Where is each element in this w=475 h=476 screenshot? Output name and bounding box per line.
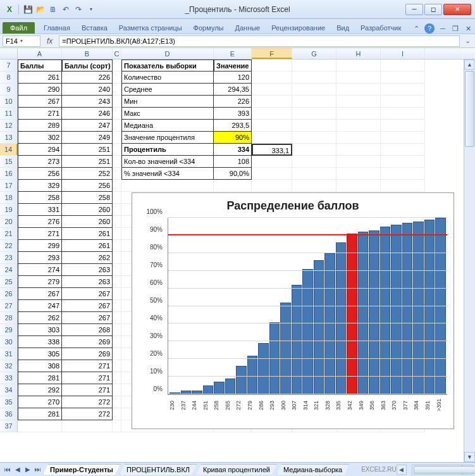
- cell-A12[interactable]: 289: [18, 120, 62, 132]
- cell-B34[interactable]: 271: [62, 384, 113, 396]
- formula-expand-icon[interactable]: ⌄: [462, 37, 472, 45]
- cell-D9[interactable]: Среднее: [121, 84, 214, 96]
- scroll-up-icon[interactable]: ▲: [464, 60, 475, 70]
- cell-C23[interactable]: [113, 252, 121, 264]
- cell-B22[interactable]: 261: [62, 240, 113, 252]
- cell-D13[interactable]: Значение процентиля: [121, 132, 214, 144]
- cell-F14[interactable]: 333,1: [252, 144, 292, 156]
- tab-nav-next-icon[interactable]: ▶: [23, 465, 33, 475]
- cell-C28[interactable]: [113, 312, 121, 324]
- cell-G17[interactable]: [292, 180, 336, 192]
- cell-I13[interactable]: [381, 132, 425, 144]
- cell-B23[interactable]: 262: [62, 252, 113, 264]
- cell-D11[interactable]: Макс: [121, 108, 214, 120]
- workbook-close-icon[interactable]: ✕: [464, 24, 472, 33]
- cell-A34[interactable]: 292: [18, 384, 62, 396]
- cell-G11[interactable]: [292, 108, 336, 120]
- cell-C15[interactable]: [113, 156, 121, 168]
- cell-C7[interactable]: [113, 60, 121, 72]
- cell-B19[interactable]: 260: [62, 204, 113, 216]
- cell-C36[interactable]: [113, 408, 121, 420]
- cell-B29[interactable]: 268: [62, 324, 113, 336]
- horizontal-scrollbar[interactable]: [412, 465, 462, 475]
- cell-G9[interactable]: [292, 84, 336, 96]
- cell-E10[interactable]: 226: [214, 96, 252, 108]
- cell-B9[interactable]: 240: [62, 84, 113, 96]
- cell-A25[interactable]: 279: [18, 276, 62, 288]
- col-header-H[interactable]: H: [336, 48, 381, 59]
- col-header-B[interactable]: B: [62, 48, 113, 59]
- cell-B27[interactable]: 267: [62, 300, 113, 312]
- row-header[interactable]: 25: [0, 276, 18, 288]
- row-header[interactable]: 10: [0, 96, 18, 108]
- cell-C12[interactable]: [113, 120, 121, 132]
- cell-A35[interactable]: 270: [18, 396, 62, 408]
- cell-C26[interactable]: [113, 288, 121, 300]
- cell-I14[interactable]: [381, 144, 425, 156]
- cell-H8[interactable]: [336, 72, 381, 84]
- ribbon-tab-developer[interactable]: Разработчик: [358, 22, 404, 34]
- cell-C8[interactable]: [113, 72, 121, 84]
- cell-I17[interactable]: [381, 180, 425, 192]
- col-header-F[interactable]: F: [252, 48, 292, 59]
- cell-D7[interactable]: Показатель выборки: [121, 60, 214, 72]
- cell-D15[interactable]: Кол-во значений <334: [121, 156, 214, 168]
- sheet-tab-3[interactable]: Медиана-выборка: [276, 464, 349, 475]
- row-header[interactable]: 24: [0, 264, 18, 276]
- cell-B25[interactable]: 263: [62, 276, 113, 288]
- cell-C34[interactable]: [113, 384, 121, 396]
- new-icon[interactable]: 🗎: [47, 4, 59, 15]
- cell-F10[interactable]: [252, 96, 292, 108]
- cell-C11[interactable]: [113, 108, 121, 120]
- cell-H13[interactable]: [336, 132, 381, 144]
- hscroll-left-icon[interactable]: ◀: [397, 465, 407, 475]
- cell-A22[interactable]: 299: [18, 240, 62, 252]
- cell-B16[interactable]: 252: [62, 168, 113, 180]
- cell-A8[interactable]: 261: [18, 72, 62, 84]
- ribbon-tab-view[interactable]: Вид: [334, 22, 352, 34]
- cell-D16[interactable]: % значений <334: [121, 168, 214, 180]
- cell-E12[interactable]: 293,5: [214, 120, 252, 132]
- undo-icon[interactable]: ↶: [60, 4, 71, 15]
- cell-A29[interactable]: 303: [18, 324, 62, 336]
- select-all-corner[interactable]: [0, 48, 18, 59]
- row-header[interactable]: 17: [0, 180, 18, 192]
- cell-H16[interactable]: [336, 168, 381, 180]
- cell-D8[interactable]: Количество: [121, 72, 214, 84]
- col-header-I[interactable]: I: [381, 48, 425, 59]
- cell-C35[interactable]: [113, 396, 121, 408]
- sheet-tab-2[interactable]: Кривая процентилей: [196, 464, 277, 475]
- vscroll-thumb[interactable]: [465, 71, 474, 147]
- cell-C27[interactable]: [113, 300, 121, 312]
- minimize-button[interactable]: ─: [405, 4, 423, 15]
- cell-C19[interactable]: [113, 204, 121, 216]
- cell-C31[interactable]: [113, 348, 121, 360]
- fx-icon[interactable]: fx: [43, 37, 56, 46]
- cell-F11[interactable]: [252, 108, 292, 120]
- cell-A9[interactable]: 290: [18, 84, 62, 96]
- sheet-tab-1[interactable]: ПРОЦЕНТИЛЬ.ВКЛ: [120, 464, 197, 475]
- cell-E14[interactable]: 334: [214, 144, 252, 156]
- row-header[interactable]: 11: [0, 108, 18, 120]
- open-icon[interactable]: 📂: [35, 4, 46, 15]
- cell-A13[interactable]: 302: [18, 132, 62, 144]
- cell-B36[interactable]: 272: [62, 408, 113, 420]
- cell-H11[interactable]: [336, 108, 381, 120]
- cell-F12[interactable]: [252, 120, 292, 132]
- row-header[interactable]: 34: [0, 384, 18, 396]
- close-button[interactable]: ✕: [443, 4, 471, 15]
- row-header[interactable]: 20: [0, 216, 18, 228]
- cell-A26[interactable]: 267: [18, 288, 62, 300]
- cell-F13[interactable]: [252, 132, 292, 144]
- ribbon-tab-formulas[interactable]: Формулы: [191, 22, 226, 34]
- col-header-E[interactable]: E: [214, 48, 252, 59]
- cell-C9[interactable]: [113, 84, 121, 96]
- cell-B17[interactable]: 256: [62, 180, 113, 192]
- row-header[interactable]: 37: [0, 420, 18, 432]
- cell-B37[interactable]: [62, 420, 113, 432]
- ribbon-tab-review[interactable]: Рецензирование: [269, 22, 328, 34]
- cell-B30[interactable]: 269: [62, 336, 113, 348]
- cell-F7[interactable]: [252, 60, 292, 72]
- cell-I8[interactable]: [381, 72, 425, 84]
- maximize-button[interactable]: ◻: [424, 4, 442, 15]
